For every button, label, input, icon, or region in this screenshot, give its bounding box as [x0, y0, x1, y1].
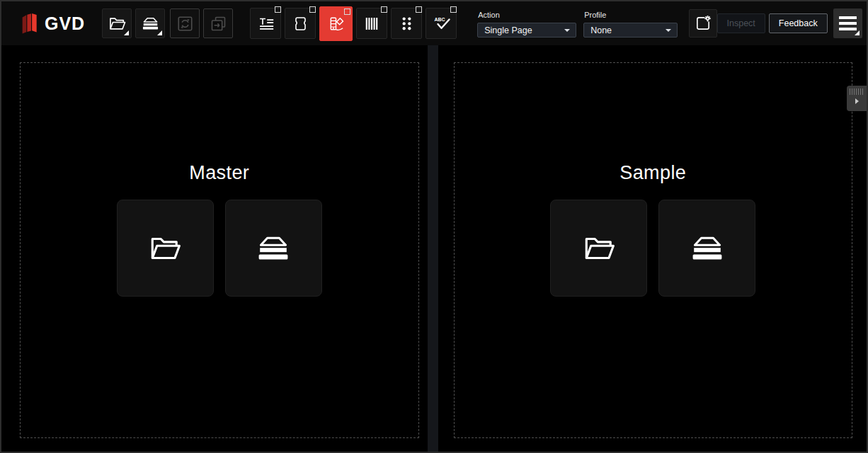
scanner-icon — [255, 231, 292, 266]
inspect-button[interactable]: Inspect — [717, 13, 765, 33]
sample-panel-title: Sample — [619, 162, 686, 184]
dropdown-corner-icon — [855, 30, 860, 35]
braille-inspection-button[interactable] — [391, 8, 422, 39]
page-arrow-icon — [209, 14, 228, 33]
graphics-inspection-checkbox[interactable] — [309, 6, 316, 13]
color-inspection-checkbox[interactable] — [344, 8, 350, 15]
spelling-inspection-button[interactable] — [426, 8, 457, 39]
hamburger-menu-icon — [839, 16, 857, 19]
master-panel-title: Master — [189, 162, 249, 184]
folder-open-icon — [581, 231, 617, 266]
flyout-expand-arrow-icon — [855, 98, 859, 104]
file-button-group — [102, 8, 165, 38]
app-window: GVD — [0, 0, 868, 453]
sample-drop-zone[interactable]: Sample — [454, 62, 853, 438]
disabled-button-group — [170, 8, 233, 38]
panel-divider — [428, 45, 438, 452]
profile-settings-button[interactable] — [689, 9, 716, 38]
profile-dropdown[interactable]: None — [583, 23, 678, 38]
action-field: Action Single Page — [477, 11, 576, 38]
hamburger-menu-button[interactable] — [833, 8, 862, 38]
spelling-inspection-checkbox[interactable] — [450, 6, 457, 13]
barcode-inspection-checkbox[interactable] — [381, 6, 387, 13]
profile-label: Profile — [584, 11, 678, 19]
folder-open-icon — [147, 231, 183, 266]
master-panel: Master — [1, 45, 428, 452]
action-label: Action — [478, 11, 576, 19]
spellcheck-inspection-icon — [432, 14, 451, 33]
master-drop-zone[interactable]: Master — [20, 62, 419, 438]
braille-inspection-icon — [397, 14, 416, 33]
text-inspection-button[interactable] — [250, 8, 281, 39]
action-dropdown[interactable]: Single Page — [477, 23, 576, 38]
app-logo: GVD — [18, 11, 85, 36]
sample-panel: Sample — [438, 45, 867, 452]
toolbar: GVD — [1, 1, 867, 45]
text-inspection-checkbox[interactable] — [275, 6, 281, 13]
main-area: Master Sample — [1, 45, 867, 452]
color-inspection-icon — [326, 14, 346, 33]
sync-arrows-icon — [176, 14, 195, 33]
inspection-mode-group — [250, 6, 457, 41]
action-dropdown-value: Single Page — [484, 25, 532, 35]
text-inspection-icon — [256, 14, 275, 33]
graphics-inspection-button[interactable] — [285, 8, 316, 39]
dropdown-corner-icon — [157, 30, 162, 35]
flyout-handle[interactable] — [847, 86, 867, 111]
chevron-down-icon — [564, 29, 570, 32]
sample-open-file-button[interactable] — [550, 200, 647, 297]
barcode-inspection-icon — [362, 14, 382, 33]
app-logo-text: GVD — [45, 13, 85, 34]
scanner-icon — [689, 231, 726, 266]
sample-scan-button[interactable] — [658, 200, 755, 297]
square-gear-icon — [693, 13, 713, 33]
master-open-file-button[interactable] — [117, 200, 214, 297]
open-file-button[interactable] — [102, 8, 132, 38]
color-inspection-button[interactable] — [319, 6, 353, 41]
chevron-down-icon — [666, 29, 671, 32]
scan-button[interactable] — [135, 8, 165, 38]
profile-field: Profile None — [583, 11, 678, 38]
grip-icon — [850, 88, 864, 95]
braille-inspection-checkbox[interactable] — [416, 6, 422, 13]
gvd-logo-icon — [18, 11, 40, 36]
profile-dropdown-value: None — [590, 25, 612, 35]
graphics-inspection-icon — [291, 14, 310, 33]
master-scan-button[interactable] — [225, 200, 322, 297]
barcode-inspection-button[interactable] — [356, 8, 387, 39]
dropdown-corner-icon — [124, 30, 129, 35]
feedback-button[interactable]: Feedback — [769, 13, 828, 33]
sync-button[interactable] — [170, 8, 200, 38]
duplicate-page-button[interactable] — [203, 8, 233, 38]
